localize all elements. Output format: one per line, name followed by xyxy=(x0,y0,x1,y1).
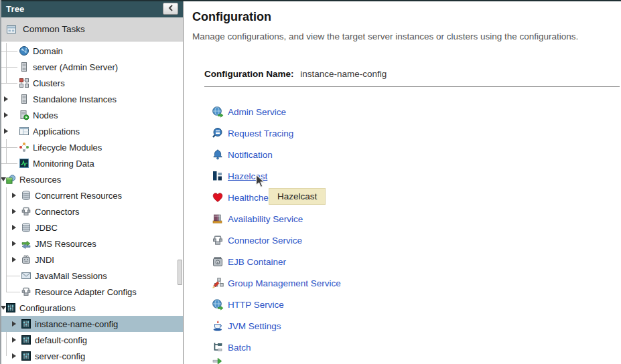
tree-item-label: server-config xyxy=(35,351,85,361)
link-notification[interactable]: Notification xyxy=(212,149,273,161)
expand-arrow-icon[interactable] xyxy=(12,193,16,198)
link-request-tracing[interactable]: Request Tracing xyxy=(212,127,293,139)
mail-icon xyxy=(21,270,31,281)
window-grid-icon xyxy=(6,24,17,35)
expand-arrow-icon[interactable] xyxy=(12,225,16,230)
tree-scrollbar-thumb[interactable] xyxy=(178,260,182,285)
tree-item-label: Standalone Instances xyxy=(33,94,117,104)
trace-magnifier-icon xyxy=(212,127,224,139)
tree-item-standalone-instances[interactable]: Standalone Instances xyxy=(0,91,183,107)
link-ejb-container[interactable]: EJB Container xyxy=(212,256,286,268)
link-http-service[interactable]: HTTP Service xyxy=(212,298,284,310)
navigation-tree: Domain server (Admin Server) Clusters xyxy=(0,43,183,364)
database-icon xyxy=(21,222,31,233)
link-admin-service[interactable]: Admin Service xyxy=(212,106,286,118)
tree-connector xyxy=(1,67,17,68)
tree-item-default-config[interactable]: default-config xyxy=(0,332,183,348)
tree-connector xyxy=(1,51,17,52)
sidebar-item-common-tasks[interactable]: Common Tasks xyxy=(0,17,183,41)
config-icon xyxy=(5,302,16,313)
configuration-name-row: Configuration Name: instance-name-config xyxy=(204,69,387,79)
tree-item-applications[interactable]: Applications xyxy=(0,123,183,139)
tree-item-server-config[interactable]: server-config xyxy=(0,348,183,364)
link-healthcheck[interactable]: Healthcheck xyxy=(212,191,277,203)
tree-item-label: instance-name-config xyxy=(35,319,118,329)
server-icon xyxy=(19,94,29,104)
tree-item-label: Lifecycle Modules xyxy=(33,143,102,153)
clusters-icon xyxy=(19,78,29,88)
tree-connector xyxy=(1,147,17,148)
batch-tree-icon xyxy=(212,341,224,353)
tree-item-javamail-sessions[interactable]: JavaMail Sessions xyxy=(0,268,183,284)
tree-item-jndi[interactable]: JNDI xyxy=(0,252,183,268)
lifecycle-icon xyxy=(19,142,29,153)
tree-item-server[interactable]: server (Admin Server) xyxy=(0,59,183,75)
server-icon xyxy=(19,62,29,72)
collapse-tree-button[interactable] xyxy=(163,3,178,15)
mouse-cursor xyxy=(255,174,266,189)
tree-item-instance-name-config[interactable]: instance-name-config xyxy=(0,316,183,332)
connector-icon xyxy=(21,206,31,217)
tree-sidebar: Tree Common Tasks xyxy=(0,0,184,364)
common-tasks-label: Common Tasks xyxy=(23,24,85,34)
tree-panel-title: Tree xyxy=(6,4,25,14)
tree-item-lifecycle-modules[interactable]: Lifecycle Modules xyxy=(0,139,183,155)
tree-item-jdbc[interactable]: JDBC xyxy=(0,219,183,236)
expand-arrow-icon[interactable] xyxy=(4,96,8,102)
tree-connector xyxy=(6,276,20,276)
group-pencil-icon xyxy=(212,277,224,289)
expand-arrow-icon[interactable] xyxy=(12,337,16,343)
link-availability-service[interactable]: Availability Service xyxy=(212,213,303,225)
admin-console-window: Tree Common Tasks xyxy=(0,0,621,364)
tree-item-label: JMS Resources xyxy=(35,239,96,249)
expand-arrow-icon[interactable] xyxy=(12,209,16,214)
globe-arrow-icon xyxy=(212,106,224,118)
tree-item-connectors[interactable]: Connectors xyxy=(0,203,183,219)
hazelcast-icon xyxy=(212,170,224,182)
tree-item-nodes[interactable]: Nodes xyxy=(0,107,183,123)
expand-arrow-icon[interactable] xyxy=(4,128,8,134)
expand-arrow-icon[interactable] xyxy=(12,257,16,262)
tree-item-label: Concurrent Resources xyxy=(35,191,122,201)
monitoring-icon xyxy=(19,158,29,169)
tree-item-clusters[interactable]: Clusters xyxy=(0,75,183,91)
expand-arrow-icon[interactable] xyxy=(12,241,16,246)
tree-item-resource-adapter-configs[interactable]: Resource Adapter Configs xyxy=(0,284,183,300)
tree-item-label: server (Admin Server) xyxy=(33,62,118,72)
link-connector-service[interactable]: Connector Service xyxy=(212,234,302,246)
expand-arrow-icon[interactable] xyxy=(12,353,16,359)
tree-item-label: JavaMail Sessions xyxy=(35,271,107,281)
jms-arrows-icon xyxy=(21,238,31,249)
config-icon xyxy=(21,318,31,329)
configuration-name-label: Configuration Name: xyxy=(204,69,294,79)
tree-item-resources[interactable]: Resources xyxy=(0,171,183,187)
window-top-border xyxy=(0,0,621,1)
expand-arrow-icon[interactable] xyxy=(4,112,8,118)
tree-item-jms-resources[interactable]: JMS Resources xyxy=(0,236,183,252)
green-arrow-icon xyxy=(212,355,224,364)
window-left-border xyxy=(0,0,1,364)
hazelcast-tooltip: Hazelcast xyxy=(269,188,326,205)
page-title: Configuration xyxy=(192,10,271,24)
tree-item-label: JDBC xyxy=(35,223,58,233)
tree-item-label: Resource Adapter Configs xyxy=(35,287,137,297)
expand-arrow-icon[interactable] xyxy=(12,321,16,327)
tree-item-label: default-config xyxy=(35,335,87,345)
tree-item-domain[interactable]: Domain xyxy=(0,43,183,59)
tree-item-label: Connectors xyxy=(35,207,79,217)
tree-item-monitoring-data[interactable]: Monitoring Data xyxy=(0,155,183,171)
link-jvm-settings[interactable]: JVM Settings xyxy=(212,320,281,332)
tree-item-configurations[interactable]: Configurations xyxy=(0,300,183,316)
domain-icon xyxy=(19,46,29,56)
jndi-book-icon xyxy=(21,254,31,265)
tree-item-label: Clusters xyxy=(33,78,65,88)
heart-icon xyxy=(212,191,224,203)
tree-connector xyxy=(6,292,20,292)
tree-item-concurrent-resources[interactable]: Concurrent Resources xyxy=(0,187,183,203)
link-batch[interactable]: Batch xyxy=(212,341,251,353)
link-group-management-service[interactable]: Group Management Service xyxy=(212,277,341,289)
page-description: Manage configurations, and view the targ… xyxy=(192,31,578,41)
tree-item-label: Nodes xyxy=(33,110,58,120)
connector-icon xyxy=(212,234,224,246)
node-icon xyxy=(19,110,29,120)
